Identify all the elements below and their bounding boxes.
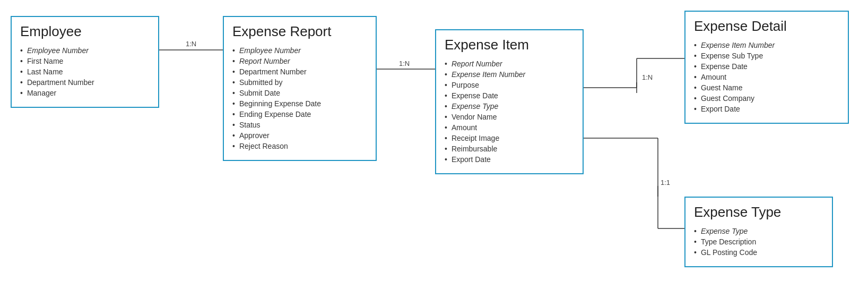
field-expense-sub-type: Expense Sub Type	[694, 50, 839, 61]
field-beginning-expense-date: Beginning Expense Date	[232, 98, 367, 109]
field-submitted-by: Submitted by	[232, 77, 367, 88]
entity-employee-title: Employee	[20, 23, 150, 40]
entity-expense-item-fields: Report Number Expense Item Number Purpos…	[445, 58, 574, 165]
field-detail-item-number: Expense Item Number	[694, 40, 839, 50]
field-approver: Approver	[232, 130, 367, 141]
field-expense-item-number: Expense Item Number	[445, 69, 574, 80]
field-item-report-number: Report Number	[445, 58, 574, 69]
entity-expense-item: Expense Item Report Number Expense Item …	[435, 29, 584, 174]
field-item-amount: Amount	[445, 122, 574, 133]
field-item-expense-date: Expense Date	[445, 90, 574, 101]
entity-expense-detail-title: Expense Detail	[694, 18, 839, 35]
entity-employee: Employee Employee Number First Name Last…	[11, 16, 159, 108]
field-last-name: Last Name	[20, 66, 150, 77]
field-guest-company: Guest Company	[694, 93, 839, 104]
field-expense-type: Expense Type	[445, 101, 574, 112]
entity-expense-type-fields: Expense Type Type Description GL Posting…	[694, 226, 823, 258]
field-reject-reason: Reject Reason	[232, 141, 367, 151]
relation-report-item: 1:N	[399, 60, 410, 67]
field-detail-amount: Amount	[694, 72, 839, 82]
field-gl-posting-code: GL Posting Code	[694, 247, 823, 258]
entity-expense-report: Expense Report Employee Number Report Nu…	[223, 16, 377, 161]
field-report-employee-number: Employee Number	[232, 45, 367, 56]
field-manager: Manager	[20, 88, 150, 98]
relation-emp-report: 1:N	[186, 40, 196, 48]
entity-employee-fields: Employee Number First Name Last Name Dep…	[20, 45, 150, 98]
field-department-number: Department Number	[20, 77, 150, 88]
relation-item-detail: 1:N	[642, 73, 653, 81]
entity-expense-report-fields: Employee Number Report Number Department…	[232, 45, 367, 151]
field-ending-expense-date: Ending Expense Date	[232, 109, 367, 120]
field-type-description: Type Description	[694, 236, 823, 247]
field-detail-export-date: Export Date	[694, 104, 839, 114]
field-detail-expense-date: Expense Date	[694, 61, 839, 72]
field-reimbursable: Reimbursable	[445, 143, 574, 154]
field-receipt-image: Receipt Image	[445, 133, 574, 143]
field-submit-date: Submit Date	[232, 88, 367, 98]
field-vendor-name: Vendor Name	[445, 112, 574, 122]
field-item-export-date: Export Date	[445, 154, 574, 165]
entity-expense-detail-fields: Expense Item Number Expense Sub Type Exp…	[694, 40, 839, 114]
entity-expense-type: Expense Type Expense Type Type Descripti…	[684, 197, 833, 267]
relation-item-type: 1:1	[661, 179, 670, 186]
entity-expense-type-title: Expense Type	[694, 204, 823, 220]
field-first-name: First Name	[20, 56, 150, 66]
field-guest-name: Guest Name	[694, 82, 839, 93]
diagram-container: 1:N 1:N 1:N 1:1 Employee Employee Number…	[0, 0, 868, 297]
entity-expense-item-title: Expense Item	[445, 37, 574, 53]
field-report-number: Report Number	[232, 56, 367, 66]
entity-expense-detail: Expense Detail Expense Item Number Expen…	[684, 11, 849, 124]
entity-expense-report-title: Expense Report	[232, 23, 367, 40]
field-report-dept-number: Department Number	[232, 66, 367, 77]
field-status: Status	[232, 120, 367, 130]
field-employee-number: Employee Number	[20, 45, 150, 56]
field-type-expense-type: Expense Type	[694, 226, 823, 236]
field-purpose: Purpose	[445, 80, 574, 90]
